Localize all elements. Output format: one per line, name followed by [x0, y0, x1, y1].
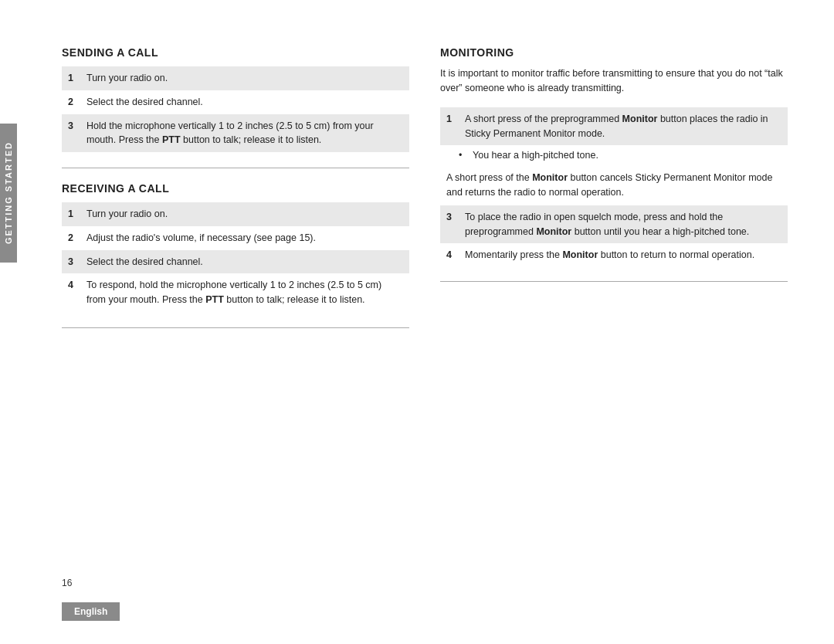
sending-step-1: 1 Turn your radio on.: [62, 66, 409, 90]
monitoring-intro: It is important to monitor traffic befor…: [440, 66, 788, 97]
receiving-step-3: 3 Select the desired channel.: [62, 250, 409, 274]
main-content: SENDING A CALL 1 Turn your radio on. 2 S…: [62, 46, 788, 567]
monitoring-divider: [440, 281, 788, 282]
receiving-step-1: 1 Turn your radio on.: [62, 202, 409, 226]
monitoring-bullet-1: • You hear a high-pitched tone.: [440, 145, 788, 166]
step-text: A short press of the preprogrammed Monit…: [465, 112, 781, 141]
receiving-step-4: 4 To respond, hold the microphone vertic…: [62, 273, 409, 312]
step-text: Turn your radio on.: [86, 71, 403, 86]
step-number: 2: [68, 95, 79, 110]
step-text: Adjust the radio's volume, if necessary …: [86, 231, 403, 246]
right-column: MONITORING It is important to monitor tr…: [440, 46, 788, 567]
step-number: 4: [446, 248, 457, 263]
english-tab: English: [62, 602, 120, 621]
receiving-steps: 1 Turn your radio on. 2 Adjust the radio…: [62, 202, 409, 312]
step-number: 3: [446, 210, 457, 239]
step-number: 1: [68, 207, 79, 222]
side-tab-label: GETTING STARTED: [4, 141, 13, 244]
receiving-step-2: 2 Adjust the radio's volume, if necessar…: [62, 226, 409, 250]
monitoring-step-3: 3 To place the radio in open squelch mod…: [440, 205, 788, 244]
divider-bottom: [62, 327, 409, 328]
sending-heading: SENDING A CALL: [62, 46, 409, 59]
step-number: 3: [68, 119, 79, 148]
step-number: 1: [68, 71, 79, 86]
sending-steps: 1 Turn your radio on. 2 Select the desir…: [62, 66, 409, 152]
step-text: Hold the microphone vertically 1 to 2 in…: [86, 119, 403, 148]
step-text: Turn your radio on.: [86, 207, 403, 222]
page-number: 16: [62, 578, 72, 588]
step-number: 1: [446, 112, 457, 141]
monitoring-intertext-1: A short press of the Monitor button canc…: [440, 166, 788, 205]
sending-step-3: 3 Hold the microphone vertically 1 to 2 …: [62, 114, 409, 153]
step-number: 2: [68, 231, 79, 246]
step-text: Select the desired channel.: [86, 255, 403, 269]
left-column: SENDING A CALL 1 Turn your radio on. 2 S…: [62, 46, 409, 567]
sending-step-2: 2 Select the desired channel.: [62, 90, 409, 114]
divider: [62, 168, 409, 168]
side-tab: GETTING STARTED: [0, 124, 17, 263]
monitoring-step-4: 4 Momentarily press the Monitor button t…: [440, 243, 788, 267]
step-number: 4: [68, 278, 79, 307]
step-text: To respond, hold the microphone vertical…: [86, 278, 403, 307]
step-text: To place the radio in open squelch mode,…: [465, 210, 781, 239]
monitoring-heading: MONITORING: [440, 46, 788, 59]
bullet-text: You hear a high-pitched tone.: [473, 148, 598, 163]
step-text: Momentarily press the Monitor button to …: [465, 248, 781, 263]
step-text: Select the desired channel.: [86, 95, 403, 110]
receiving-heading: RECEIVING A CALL: [62, 182, 409, 195]
step-number: 3: [68, 255, 79, 269]
bullet-dot: •: [459, 148, 466, 163]
monitoring-step-1: 1 A short press of the preprogrammed Mon…: [440, 107, 788, 146]
